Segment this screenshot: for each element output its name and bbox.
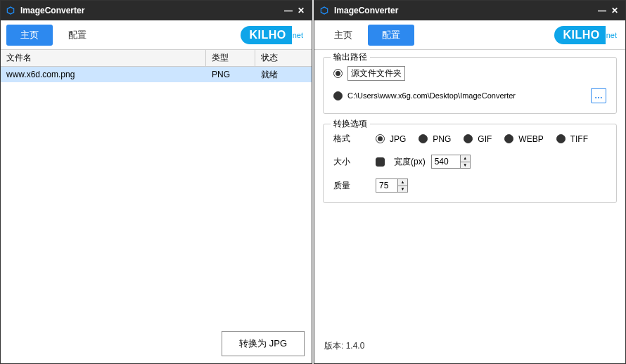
titlebar: ImageConverter — ✕	[314, 1, 625, 20]
minimize-button[interactable]: —	[282, 4, 295, 17]
cell-name: www.x6d.com.png	[1, 67, 206, 82]
brand-logo: KILHO net	[241, 26, 306, 44]
tab-home[interactable]: 主页	[6, 25, 53, 46]
app-icon	[5, 5, 16, 16]
browse-button[interactable]: …	[591, 88, 606, 103]
window-title: ImageConverter	[334, 6, 398, 15]
table-header: 文件名 类型 状态	[1, 50, 312, 67]
quality-down-icon[interactable]: ▼	[398, 186, 407, 193]
custom-path-text: C:\Users\www.x6g.com\Desktop\ImageConver…	[347, 91, 516, 100]
toolbar: 主页 配置 KILHO net	[1, 20, 312, 50]
version-text: 版本: 1.4.0	[324, 340, 364, 352]
tab-home[interactable]: 主页	[320, 25, 366, 46]
col-type-header[interactable]: 类型	[206, 50, 255, 66]
table-row[interactable]: www.x6d.com.png PNG 就绪	[1, 67, 312, 82]
window-title: ImageConverter	[20, 6, 84, 15]
minimize-button[interactable]: —	[596, 4, 608, 17]
format-tiff[interactable]: TIFF	[556, 134, 588, 144]
width-down-icon[interactable]: ▼	[461, 162, 470, 169]
file-list-panel: 文件名 类型 状态 www.x6d.com.png PNG 就绪	[1, 50, 312, 324]
logo-suffix: net	[292, 31, 306, 39]
quality-input[interactable]	[376, 179, 397, 192]
left-window: ImageConverter — ✕ 主页 配置 KILHO net 文件名 类…	[0, 0, 312, 364]
brand-logo: KILHO net	[554, 26, 620, 44]
close-button[interactable]: ✕	[295, 4, 307, 17]
output-path-group: 输出路径 源文件文件夹 C:\Users\www.x6g.com\Desktop…	[323, 57, 617, 114]
radio-source-folder[interactable]	[333, 69, 343, 78]
footer: 转换为 JPG	[1, 324, 312, 363]
tab-config[interactable]: 配置	[368, 25, 414, 46]
quality-up-icon[interactable]: ▲	[398, 179, 407, 186]
source-folder-label: 源文件文件夹	[347, 66, 405, 81]
width-input[interactable]	[432, 155, 460, 168]
titlebar: ImageConverter — ✕	[1, 1, 312, 20]
format-webp[interactable]: WEBP	[504, 134, 543, 144]
logo-text: KILHO	[241, 26, 291, 44]
right-window: ImageConverter — ✕ 主页 配置 KILHO net 输出路径 …	[314, 0, 626, 364]
quality-spinner[interactable]: ▲▼	[376, 178, 408, 193]
cell-status: 就绪	[255, 67, 312, 82]
quality-label: 质量	[333, 180, 376, 192]
radio-custom-folder[interactable]	[333, 91, 343, 100]
format-options: JPG PNG GIF WEBP TIFF	[376, 134, 588, 144]
app-icon	[319, 5, 330, 16]
size-label: 大小	[333, 156, 376, 168]
format-jpg[interactable]: JPG	[376, 134, 406, 144]
width-spinner[interactable]: ▲▼	[431, 155, 471, 169]
output-path-legend: 输出路径	[331, 51, 370, 63]
convert-options-legend: 转换选项	[331, 118, 370, 130]
format-label: 格式	[333, 133, 376, 145]
cell-type: PNG	[206, 67, 255, 82]
size-enable-checkbox[interactable]	[376, 157, 385, 167]
close-button[interactable]: ✕	[608, 4, 621, 17]
col-name-header[interactable]: 文件名	[1, 50, 206, 66]
convert-options-group: 转换选项 格式 JPG PNG GIF WEBP TIFF 大小 宽度(px) …	[323, 124, 617, 203]
width-label: 宽度(px)	[394, 156, 426, 168]
format-gif[interactable]: GIF	[464, 134, 492, 144]
logo-text: KILHO	[554, 26, 605, 44]
config-panel: 输出路径 源文件文件夹 C:\Users\www.x6g.com\Desktop…	[314, 50, 625, 363]
logo-suffix: net	[606, 31, 620, 39]
tab-config[interactable]: 配置	[54, 25, 101, 46]
width-up-icon[interactable]: ▲	[461, 155, 470, 162]
convert-button[interactable]: 转换为 JPG	[222, 331, 305, 356]
format-png[interactable]: PNG	[419, 134, 451, 144]
col-status-header[interactable]: 状态	[255, 50, 312, 66]
toolbar: 主页 配置 KILHO net	[314, 20, 625, 50]
